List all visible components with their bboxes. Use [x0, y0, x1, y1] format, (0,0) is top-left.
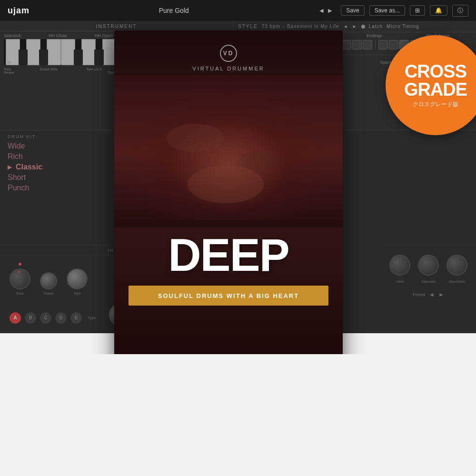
snare-knob[interactable] — [40, 272, 57, 289]
badge-line2: GRADE — [404, 80, 467, 99]
tom-knob-container: Tom — [67, 268, 88, 296]
instrument-panel-header: INSTRUMENT — [0, 21, 233, 31]
style-pad[interactable] — [389, 40, 398, 50]
kick-label: Kick — [16, 291, 23, 296]
preset-label: Preset — [413, 292, 425, 297]
label-tom-lo2: Tom Lo 2 — [86, 67, 102, 71]
saturate-label: Saturate — [421, 279, 436, 284]
preset-name: Pure Gold — [37, 7, 311, 14]
save-as-button[interactable]: Save as... — [369, 5, 405, 16]
card-title: DEEP — [114, 228, 343, 278]
tom-label: Tom — [73, 291, 80, 296]
kick-knob-container: Kick — [10, 263, 30, 296]
preset-next[interactable]: ► — [438, 291, 444, 298]
endings-pads — [342, 40, 372, 50]
badge-line1: CROSS — [405, 62, 466, 80]
bottom-area — [0, 333, 476, 476]
style-pad[interactable] — [352, 40, 362, 50]
verb-knob-container: Verb — [389, 255, 410, 284]
kick-knob[interactable] — [10, 268, 30, 289]
type-label: Type — [88, 316, 96, 320]
prev-style-button[interactable]: ◄ — [343, 24, 348, 29]
latch-label[interactable]: Latch — [369, 24, 383, 29]
preset-prev[interactable]: ◄ — [429, 291, 435, 298]
label-snare-rim: Snare Rim — [40, 67, 58, 71]
grid-icon[interactable]: ⊞ — [410, 5, 425, 16]
maximize-knob[interactable] — [446, 255, 467, 276]
top-bar: ujam Pure Gold ◄ ► Save Save as... ⊞ 🔔 ⓘ — [0, 0, 476, 21]
type-btn-e[interactable]: E — [70, 312, 82, 324]
plugin-area: INSTRUMENT Sidestick HH Close HH Open Ri… — [0, 21, 476, 354]
right-knob-row: Verb Saturate Maximize — [381, 245, 476, 288]
tom-knob[interactable] — [67, 268, 88, 289]
toolbar-buttons: Save Save as... ⊞ 🔔 ⓘ — [341, 5, 468, 17]
vd-initials: VD — [223, 50, 234, 57]
badge-japanese: クロスグレード版 — [413, 100, 458, 109]
card-subtitle: SOULFUL DRUMS WITH A BIG HEART — [158, 292, 299, 299]
saturate-knob[interactable] — [418, 255, 439, 276]
latch-indicator — [361, 25, 365, 29]
card-logo: VD VIRTUAL DRUMMER — [114, 30, 343, 75]
drum-image-area — [114, 75, 343, 228]
verb-label: Verb — [396, 279, 404, 284]
drum-shape-1 — [167, 124, 224, 152]
drum-shape-3 — [188, 165, 264, 203]
next-preset-button[interactable]: ► — [327, 7, 333, 14]
verb-knob[interactable] — [389, 255, 410, 276]
label-hh-open: HH Open — [95, 33, 113, 38]
style-pad[interactable] — [342, 40, 351, 50]
snare-label: Snare — [43, 291, 53, 296]
card-subtitle-bar: SOULFUL DRUMS WITH A BIG HEART — [129, 286, 328, 306]
prev-preset-button[interactable]: ◄ — [318, 7, 325, 14]
label-sidestick: Sidestick — [4, 33, 21, 38]
style-pad[interactable] — [378, 40, 388, 50]
style-label: STYLE — [238, 24, 258, 29]
kick-indicator — [19, 263, 21, 266]
preset-row: Preset ◄ ► — [381, 288, 476, 302]
style-pad[interactable] — [363, 40, 372, 50]
type-btn-c[interactable]: C — [40, 312, 51, 324]
saturate-knob-container: Saturate — [418, 255, 439, 284]
type-btn-d[interactable]: D — [55, 312, 67, 324]
bpm-info: 73 bpm – Basement Is My Life — [262, 24, 339, 29]
label-endings: Endings — [367, 33, 382, 38]
save-button[interactable]: Save — [341, 5, 364, 16]
next-style-button[interactable]: ► — [352, 24, 357, 29]
label-snare: Snare — [4, 70, 14, 75]
ujam-logo: ujam — [8, 6, 30, 16]
type-btn-b[interactable]: B — [25, 312, 36, 324]
brand-name: VIRTUAL DRUMMER — [192, 66, 264, 71]
maximize-knob-container: Maximize — [446, 255, 467, 284]
type-btn-a[interactable]: A — [10, 312, 21, 324]
drum-silhouette — [126, 83, 331, 220]
bell-icon[interactable]: 🔔 — [430, 5, 447, 16]
micro-timing-label[interactable]: Micro Timing — [387, 24, 419, 29]
label-hh-close: HH Close — [49, 33, 67, 38]
preset-navigation: ◄ ► — [318, 7, 334, 14]
info-icon[interactable]: ⓘ — [452, 5, 468, 17]
snare-knob-container: Snare — [40, 272, 57, 296]
maximize-label: Maximize — [449, 279, 465, 284]
product-card: VD VIRTUAL DRUMMER DEEP SOULFUL DRUMS WI… — [114, 30, 343, 354]
vd-circle: VD — [220, 45, 237, 62]
